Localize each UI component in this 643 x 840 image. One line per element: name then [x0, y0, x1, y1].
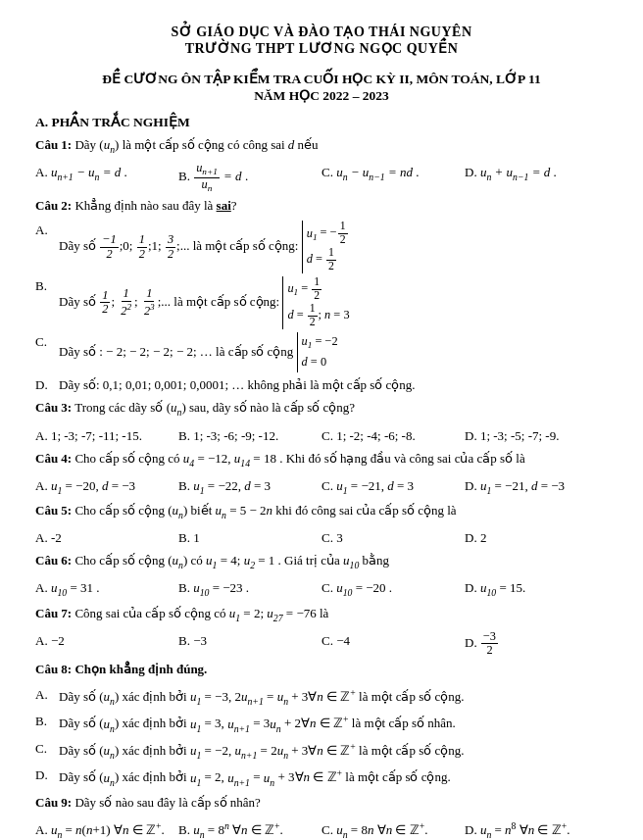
q2-d: D. Dãy số: 0,1; 0,01; 0,001; 0,0001; … k…: [35, 375, 608, 396]
question-8: Câu 8: Chọn khẳng định đúng.: [35, 660, 608, 680]
q7-answers: A. −2 B. −3 C. −4 D. −32: [35, 630, 608, 658]
q3-d: D. 1; -3; -5; -7; -9.: [465, 425, 608, 447]
q1-answers: A. un+1 − un = d . B. un+1un = d . C. un…: [35, 162, 608, 193]
question-3: Câu 3: Trong các dãy số (un) sau, dãy số…: [35, 398, 608, 420]
q4-b: B. u1 = −22, d = 3: [178, 475, 322, 499]
q5-answers: A. -2 B. 1 C. 3 D. 2: [35, 527, 608, 549]
q2-label: Câu 2:: [35, 198, 72, 213]
q9-c: C. un = 8n ∀n ∈ ℤ+.: [322, 818, 465, 840]
q9-b: B. un = 8n ∀n ∈ ℤ+.: [178, 818, 322, 840]
q8-a: A. Dãy số (un) xác định bởi u1 = −3, 2un…: [35, 685, 608, 710]
q9-label: Câu 9:: [35, 795, 72, 810]
q8-label: Câu 8: Chọn khẳng định đúng.: [35, 662, 207, 676]
q3-answers: A. 1; -3; -7; -11; -15. B. 1; -3; -6; -9…: [35, 425, 608, 447]
q9-answers: A. un = n(n+1) ∀n ∈ ℤ+. B. un = 8n ∀n ∈ …: [35, 818, 608, 840]
q4-c: C. u1 = −21, d = 3: [322, 475, 465, 499]
q4-label: Câu 4:: [35, 451, 72, 466]
q8-d: D. Dãy số (un) xác định bởi u1 = 2, un+1…: [35, 766, 608, 790]
q5-b: B. 1: [178, 527, 322, 549]
q6-label: Câu 6:: [35, 553, 72, 568]
q9-d: D. un = n8 ∀n ∈ ℤ+.: [465, 818, 608, 840]
q3-a: A. 1; -3; -7; -11; -15.: [35, 425, 178, 447]
q1-a: A. un+1 − un = d .: [35, 162, 178, 185]
q4-d: D. u1 = −21, d = −3: [465, 475, 608, 499]
q9-a: A. un = n(n+1) ∀n ∈ ℤ+.: [35, 818, 178, 840]
question-4: Câu 4: Cho cấp số cộng có u4 = −12, u14 …: [35, 449, 608, 470]
question-9: Câu 9: Dãy số nào sau đây là cấp số nhân…: [35, 793, 608, 814]
q5-c: C. 3: [322, 527, 465, 549]
q5-label: Câu 5:: [35, 503, 72, 518]
q7-a: A. −2: [35, 630, 178, 652]
q4-answers: A. u1 = −20, d = −3 B. u1 = −22, d = 3 C…: [35, 475, 608, 499]
title-line2: NĂM HỌC 2022 – 2023: [35, 87, 608, 104]
q1-b: B. un+1un = d .: [178, 162, 322, 193]
q3-c: C. 1; -2; -4; -6; -8.: [322, 425, 465, 447]
q6-c: C. u10 = −20 .: [322, 577, 465, 601]
q2-c: C. Dãy số : − 2; − 2; − 2; − 2; … là cấp…: [35, 332, 608, 372]
q7-label: Câu 7:: [35, 606, 72, 620]
header-line1: SỞ GIÁO DỤC VÀ ĐÀO TẠO THÁI NGUYÊN: [35, 24, 608, 40]
q3-label: Câu 3:: [35, 400, 72, 415]
title-section: ĐỀ CƯƠNG ÔN TẬP KIỂM TRA CUỐI HỌC KỲ II,…: [35, 71, 608, 104]
question-6: Câu 6: Cho cấp số cộng (un) có u1 = 4; u…: [35, 551, 608, 572]
section-title: A. PHẦN TRẮC NGHIỆM: [35, 114, 608, 130]
q4-a: A. u1 = −20, d = −3: [35, 475, 178, 499]
q6-d: D. u10 = 15.: [465, 577, 608, 601]
q6-a: A. u10 = 31 .: [35, 577, 178, 601]
title-line1: ĐỀ CƯƠNG ÔN TẬP KIỂM TRA CUỐI HỌC KỲ II,…: [35, 71, 608, 87]
q1-d: D. un + un−1 = d .: [465, 162, 608, 185]
q6-b: B. u10 = −23 .: [178, 577, 322, 601]
question-7: Câu 7: Công sai của cấp số cộng có u1 = …: [35, 604, 608, 625]
q7-b: B. −3: [178, 630, 322, 652]
q2-a: A. Dãy số −12;0; 12;1; 32;... là một cấp…: [35, 221, 608, 273]
q7-c: C. −4: [322, 630, 465, 652]
q5-d: D. 2: [465, 527, 608, 549]
q1-label: Câu 1:: [35, 137, 72, 152]
q5-a: A. -2: [35, 527, 178, 549]
question-2: Câu 2: Khẳng định nào sau đây là sai?: [35, 196, 608, 217]
q2-b: B. Dãy số 12; 122; 123;... là một cấp số…: [35, 276, 608, 329]
q1-c: C. un − un−1 = nd .: [322, 162, 465, 185]
q8-b: B. Dãy số (un) xác định bởi u1 = 3, un+1…: [35, 712, 608, 736]
header-line2: TRƯỜNG THPT LƯƠNG NGỌC QUYỀN: [35, 40, 608, 57]
q8-c: C. Dãy số (un) xác định bởi u1 = −2, un+…: [35, 739, 608, 764]
question-1: Câu 1: Dãy (un) là một cấp số cộng có cô…: [35, 135, 608, 157]
question-5: Câu 5: Cho cấp số cộng (un) biết un = 5 …: [35, 501, 608, 522]
q7-d: D. −32: [465, 630, 608, 658]
q6-answers: A. u10 = 31 . B. u10 = −23 . C. u10 = −2…: [35, 577, 608, 601]
q3-b: B. 1; -3; -6; -9; -12.: [178, 425, 322, 447]
header: SỞ GIÁO DỤC VÀ ĐÀO TẠO THÁI NGUYÊN TRƯỜN…: [35, 24, 608, 57]
